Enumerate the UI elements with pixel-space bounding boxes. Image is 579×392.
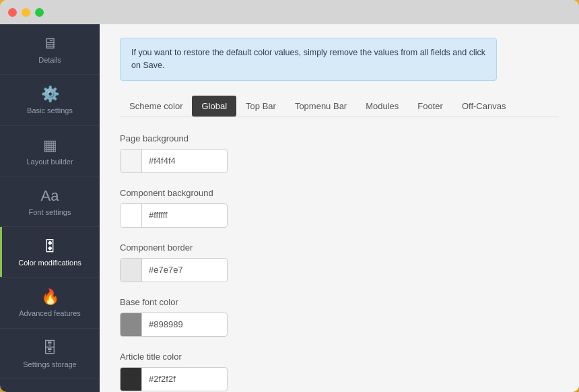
field-group-page-background: Page background#f4f4f4 <box>120 133 559 173</box>
advanced-features-label: Advanced features <box>19 308 81 318</box>
sidebar-item-layout-builder[interactable]: ▦Layout builder <box>0 126 100 176</box>
component-border-input[interactable]: #e7e7e7 <box>120 258 228 282</box>
sidebar-item-settings-storage[interactable]: 🗄Settings storage <box>0 329 100 379</box>
base-font-color-swatch <box>121 313 142 336</box>
component-border-value: #e7e7e7 <box>142 265 227 275</box>
sidebar-item-basic-settings[interactable]: ⚙️Basic settings <box>0 75 100 125</box>
sidebar-item-font-settings[interactable]: AaFont settings <box>0 176 100 227</box>
component-background-input[interactable]: #ffffff <box>120 203 228 228</box>
font-settings-icon: Aa <box>41 189 59 203</box>
tabs: Scheme colorGlobalTop BarTopmenu BarModu… <box>120 96 559 117</box>
article-title-color-swatch <box>121 368 142 391</box>
base-font-color-input[interactable]: #898989 <box>120 313 228 337</box>
sidebar-item-color-modifications[interactable]: 🎛Color modifications <box>0 227 100 277</box>
tab-scheme-color[interactable]: Scheme color <box>120 96 192 117</box>
page-background-value: #f4f4f4 <box>142 156 227 166</box>
sidebar: 🖥Details⚙️Basic settings▦Layout builderA… <box>0 24 100 392</box>
component-border-swatch <box>121 259 142 282</box>
tab-off-canvas[interactable]: Off-Canvas <box>452 96 516 117</box>
tab-topmenu-bar[interactable]: Topmenu Bar <box>285 96 356 117</box>
color-modifications-label: Color modifications <box>18 258 81 267</box>
field-group-article-title-color: Article title color#2f2f2f <box>120 352 559 391</box>
close-button[interactable] <box>8 8 17 17</box>
base-font-color-value: #898989 <box>142 319 227 329</box>
info-box: If you want to restore the default color… <box>120 38 497 81</box>
basic-settings-label: Basic settings <box>27 106 73 115</box>
app-body: 🖥Details⚙️Basic settings▦Layout builderA… <box>0 24 579 392</box>
color-fields: Page background#f4f4f4Component backgrou… <box>120 133 559 391</box>
tab-modules[interactable]: Modules <box>356 96 408 117</box>
article-title-color-input[interactable]: #2f2f2f <box>120 367 228 391</box>
layout-builder-icon: ▦ <box>43 138 57 153</box>
component-border-label: Component border <box>120 242 559 253</box>
advanced-features-icon: 🔥 <box>41 290 59 304</box>
basic-settings-icon: ⚙️ <box>41 87 59 102</box>
sidebar-item-advanced-features[interactable]: 🔥Advanced features <box>0 277 100 328</box>
sidebar-item-details[interactable]: 🖥Details <box>0 24 100 75</box>
settings-storage-label: Settings storage <box>23 360 77 369</box>
field-group-component-background: Component background#ffffff <box>120 188 559 228</box>
field-group-base-font-color: Base font color#898989 <box>120 297 559 337</box>
settings-storage-icon: 🗄 <box>42 341 57 356</box>
article-title-color-value: #2f2f2f <box>142 374 227 384</box>
layout-builder-label: Layout builder <box>26 157 73 166</box>
component-background-label: Component background <box>120 188 559 198</box>
titlebar <box>0 0 579 24</box>
tab-global[interactable]: Global <box>192 96 236 117</box>
tab-footer[interactable]: Footer <box>408 96 452 117</box>
app-window: 🖥Details⚙️Basic settings▦Layout builderA… <box>0 0 579 392</box>
font-settings-label: Font settings <box>29 207 71 217</box>
page-background-swatch <box>121 150 142 172</box>
component-background-value: #ffffff <box>142 210 227 220</box>
details-icon: 🖥 <box>42 36 57 51</box>
page-background-input[interactable]: #f4f4f4 <box>120 149 228 173</box>
main-content: If you want to restore the default color… <box>100 24 579 392</box>
traffic-lights <box>8 8 44 17</box>
page-background-label: Page background <box>120 133 559 143</box>
color-modifications-icon: 🎛 <box>42 239 57 254</box>
tab-top-bar[interactable]: Top Bar <box>236 96 285 117</box>
component-background-swatch <box>121 204 142 227</box>
maximize-button[interactable] <box>35 8 44 17</box>
minimize-button[interactable] <box>22 8 30 17</box>
details-label: Details <box>38 55 61 65</box>
article-title-color-label: Article title color <box>120 352 559 362</box>
base-font-color-label: Base font color <box>120 297 559 307</box>
field-group-component-border: Component border#e7e7e7 <box>120 242 559 282</box>
info-box-text: If you want to restore the default color… <box>131 46 485 72</box>
